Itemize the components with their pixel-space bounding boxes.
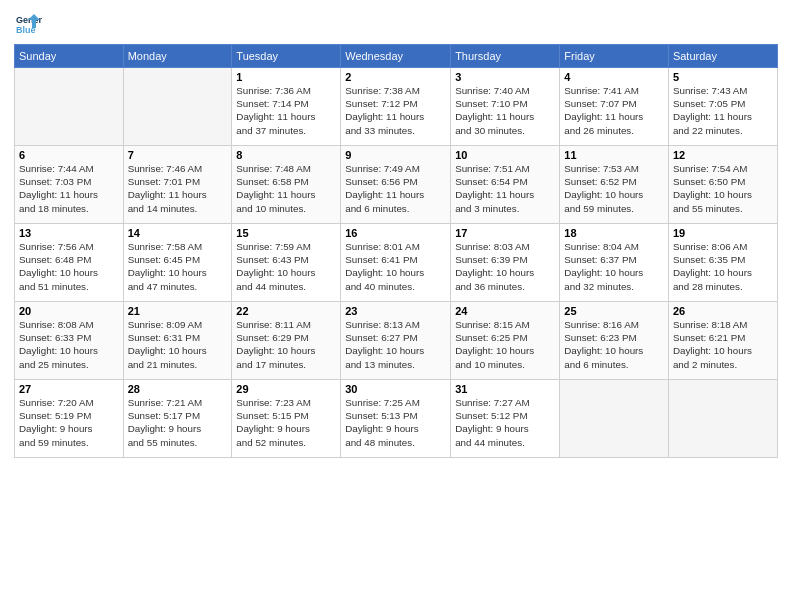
day-info: Sunrise: 7:54 AM Sunset: 6:50 PM Dayligh…	[673, 162, 773, 215]
day-cell: 28Sunrise: 7:21 AM Sunset: 5:17 PM Dayli…	[123, 380, 232, 458]
day-info: Sunrise: 8:04 AM Sunset: 6:37 PM Dayligh…	[564, 240, 664, 293]
day-number: 21	[128, 305, 228, 317]
day-cell	[560, 380, 669, 458]
day-info: Sunrise: 7:21 AM Sunset: 5:17 PM Dayligh…	[128, 396, 228, 449]
day-number: 17	[455, 227, 555, 239]
day-number: 6	[19, 149, 119, 161]
day-cell: 18Sunrise: 8:04 AM Sunset: 6:37 PM Dayli…	[560, 224, 669, 302]
weekday-header-monday: Monday	[123, 45, 232, 68]
day-cell: 20Sunrise: 8:08 AM Sunset: 6:33 PM Dayli…	[15, 302, 124, 380]
day-info: Sunrise: 7:53 AM Sunset: 6:52 PM Dayligh…	[564, 162, 664, 215]
week-row-3: 13Sunrise: 7:56 AM Sunset: 6:48 PM Dayli…	[15, 224, 778, 302]
day-info: Sunrise: 7:38 AM Sunset: 7:12 PM Dayligh…	[345, 84, 446, 137]
day-number: 8	[236, 149, 336, 161]
day-info: Sunrise: 8:18 AM Sunset: 6:21 PM Dayligh…	[673, 318, 773, 371]
day-number: 20	[19, 305, 119, 317]
day-info: Sunrise: 7:36 AM Sunset: 7:14 PM Dayligh…	[236, 84, 336, 137]
weekday-header-wednesday: Wednesday	[341, 45, 451, 68]
day-cell: 24Sunrise: 8:15 AM Sunset: 6:25 PM Dayli…	[451, 302, 560, 380]
day-number: 7	[128, 149, 228, 161]
day-number: 4	[564, 71, 664, 83]
logo-icon: General Blue	[14, 10, 42, 38]
day-info: Sunrise: 7:27 AM Sunset: 5:12 PM Dayligh…	[455, 396, 555, 449]
day-number: 3	[455, 71, 555, 83]
day-cell: 17Sunrise: 8:03 AM Sunset: 6:39 PM Dayli…	[451, 224, 560, 302]
day-cell: 26Sunrise: 8:18 AM Sunset: 6:21 PM Dayli…	[668, 302, 777, 380]
day-info: Sunrise: 7:23 AM Sunset: 5:15 PM Dayligh…	[236, 396, 336, 449]
day-cell: 7Sunrise: 7:46 AM Sunset: 7:01 PM Daylig…	[123, 146, 232, 224]
day-cell: 10Sunrise: 7:51 AM Sunset: 6:54 PM Dayli…	[451, 146, 560, 224]
day-number: 23	[345, 305, 446, 317]
day-info: Sunrise: 7:20 AM Sunset: 5:19 PM Dayligh…	[19, 396, 119, 449]
calendar-container: General Blue SundayMondayTuesdayWednesda…	[0, 0, 792, 466]
day-cell: 4Sunrise: 7:41 AM Sunset: 7:07 PM Daylig…	[560, 68, 669, 146]
logo: General Blue	[14, 10, 44, 38]
day-info: Sunrise: 8:01 AM Sunset: 6:41 PM Dayligh…	[345, 240, 446, 293]
day-info: Sunrise: 7:58 AM Sunset: 6:45 PM Dayligh…	[128, 240, 228, 293]
day-info: Sunrise: 7:51 AM Sunset: 6:54 PM Dayligh…	[455, 162, 555, 215]
day-number: 18	[564, 227, 664, 239]
day-info: Sunrise: 7:44 AM Sunset: 7:03 PM Dayligh…	[19, 162, 119, 215]
day-cell: 2Sunrise: 7:38 AM Sunset: 7:12 PM Daylig…	[341, 68, 451, 146]
day-number: 15	[236, 227, 336, 239]
day-number: 2	[345, 71, 446, 83]
day-number: 11	[564, 149, 664, 161]
day-info: Sunrise: 7:41 AM Sunset: 7:07 PM Dayligh…	[564, 84, 664, 137]
day-cell: 1Sunrise: 7:36 AM Sunset: 7:14 PM Daylig…	[232, 68, 341, 146]
day-info: Sunrise: 7:25 AM Sunset: 5:13 PM Dayligh…	[345, 396, 446, 449]
day-info: Sunrise: 7:56 AM Sunset: 6:48 PM Dayligh…	[19, 240, 119, 293]
day-cell: 19Sunrise: 8:06 AM Sunset: 6:35 PM Dayli…	[668, 224, 777, 302]
day-number: 10	[455, 149, 555, 161]
day-number: 12	[673, 149, 773, 161]
day-cell: 29Sunrise: 7:23 AM Sunset: 5:15 PM Dayli…	[232, 380, 341, 458]
day-number: 31	[455, 383, 555, 395]
day-cell: 30Sunrise: 7:25 AM Sunset: 5:13 PM Dayli…	[341, 380, 451, 458]
day-cell: 12Sunrise: 7:54 AM Sunset: 6:50 PM Dayli…	[668, 146, 777, 224]
week-row-1: 1Sunrise: 7:36 AM Sunset: 7:14 PM Daylig…	[15, 68, 778, 146]
day-number: 14	[128, 227, 228, 239]
day-cell: 13Sunrise: 7:56 AM Sunset: 6:48 PM Dayli…	[15, 224, 124, 302]
day-number: 24	[455, 305, 555, 317]
day-info: Sunrise: 8:15 AM Sunset: 6:25 PM Dayligh…	[455, 318, 555, 371]
day-info: Sunrise: 8:13 AM Sunset: 6:27 PM Dayligh…	[345, 318, 446, 371]
day-info: Sunrise: 7:40 AM Sunset: 7:10 PM Dayligh…	[455, 84, 555, 137]
week-row-2: 6Sunrise: 7:44 AM Sunset: 7:03 PM Daylig…	[15, 146, 778, 224]
day-cell: 22Sunrise: 8:11 AM Sunset: 6:29 PM Dayli…	[232, 302, 341, 380]
day-cell: 16Sunrise: 8:01 AM Sunset: 6:41 PM Dayli…	[341, 224, 451, 302]
day-cell: 21Sunrise: 8:09 AM Sunset: 6:31 PM Dayli…	[123, 302, 232, 380]
day-number: 27	[19, 383, 119, 395]
day-number: 30	[345, 383, 446, 395]
day-info: Sunrise: 8:06 AM Sunset: 6:35 PM Dayligh…	[673, 240, 773, 293]
day-cell	[668, 380, 777, 458]
day-cell: 14Sunrise: 7:58 AM Sunset: 6:45 PM Dayli…	[123, 224, 232, 302]
day-number: 16	[345, 227, 446, 239]
calendar-header: General Blue	[14, 10, 778, 38]
day-info: Sunrise: 8:11 AM Sunset: 6:29 PM Dayligh…	[236, 318, 336, 371]
day-cell: 9Sunrise: 7:49 AM Sunset: 6:56 PM Daylig…	[341, 146, 451, 224]
weekday-header-row: SundayMondayTuesdayWednesdayThursdayFrid…	[15, 45, 778, 68]
day-cell: 23Sunrise: 8:13 AM Sunset: 6:27 PM Dayli…	[341, 302, 451, 380]
week-row-5: 27Sunrise: 7:20 AM Sunset: 5:19 PM Dayli…	[15, 380, 778, 458]
weekday-header-sunday: Sunday	[15, 45, 124, 68]
day-cell: 3Sunrise: 7:40 AM Sunset: 7:10 PM Daylig…	[451, 68, 560, 146]
day-number: 25	[564, 305, 664, 317]
day-number: 26	[673, 305, 773, 317]
weekday-header-tuesday: Tuesday	[232, 45, 341, 68]
day-number: 9	[345, 149, 446, 161]
day-cell	[123, 68, 232, 146]
day-number: 19	[673, 227, 773, 239]
weekday-header-thursday: Thursday	[451, 45, 560, 68]
day-cell: 11Sunrise: 7:53 AM Sunset: 6:52 PM Dayli…	[560, 146, 669, 224]
day-number: 28	[128, 383, 228, 395]
week-row-4: 20Sunrise: 8:08 AM Sunset: 6:33 PM Dayli…	[15, 302, 778, 380]
day-info: Sunrise: 7:43 AM Sunset: 7:05 PM Dayligh…	[673, 84, 773, 137]
day-cell	[15, 68, 124, 146]
day-number: 13	[19, 227, 119, 239]
day-cell: 6Sunrise: 7:44 AM Sunset: 7:03 PM Daylig…	[15, 146, 124, 224]
day-cell: 31Sunrise: 7:27 AM Sunset: 5:12 PM Dayli…	[451, 380, 560, 458]
day-number: 5	[673, 71, 773, 83]
day-cell: 8Sunrise: 7:48 AM Sunset: 6:58 PM Daylig…	[232, 146, 341, 224]
day-cell: 27Sunrise: 7:20 AM Sunset: 5:19 PM Dayli…	[15, 380, 124, 458]
day-info: Sunrise: 7:48 AM Sunset: 6:58 PM Dayligh…	[236, 162, 336, 215]
day-number: 22	[236, 305, 336, 317]
